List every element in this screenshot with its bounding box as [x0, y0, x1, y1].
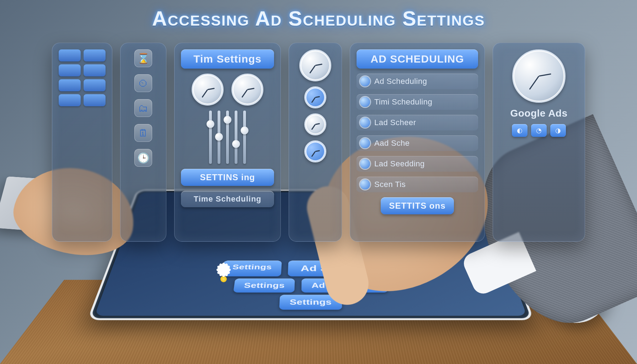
- tab-settings-1[interactable]: Settings: [221, 261, 282, 276]
- ad-scheduling-header: AD SCHEDULING: [357, 49, 478, 69]
- schedule-option[interactable]: Lad Scheer: [357, 115, 478, 130]
- time-settings-header: Tim Settings: [181, 49, 274, 69]
- slider[interactable]: [243, 111, 246, 164]
- schedule-option[interactable]: Timi Scheduling: [357, 94, 478, 110]
- clock-face-icon[interactable]: [192, 74, 224, 106]
- folder-icon[interactable]: 🗂: [134, 99, 152, 117]
- panel-google-ads: Google Ads ◐ ◔ ◑: [493, 43, 585, 242]
- slider[interactable]: [218, 111, 220, 164]
- clock-face-icon[interactable]: [231, 74, 263, 106]
- slider[interactable]: [226, 111, 229, 164]
- grid-cell[interactable]: [84, 94, 106, 106]
- clock-face-icon[interactable]: [304, 86, 326, 108]
- radio-icon[interactable]: [360, 180, 370, 189]
- panel-grid: [52, 43, 112, 242]
- option-label: Lad Seedding: [374, 159, 425, 168]
- radio-icon[interactable]: [360, 138, 370, 148]
- clock-icon[interactable]: 🕒: [134, 149, 152, 167]
- grid-cell[interactable]: [84, 49, 106, 61]
- clock-face-icon[interactable]: [304, 113, 326, 135]
- grid-cell[interactable]: [84, 64, 106, 76]
- time-scheduling-label: Time Scheduling: [181, 191, 274, 207]
- calendar-icon[interactable]: 🗓: [134, 124, 152, 142]
- option-label: Scen Tis: [374, 180, 406, 189]
- radio-icon[interactable]: [360, 76, 370, 86]
- mini-button[interactable]: ◑: [550, 124, 566, 137]
- mini-button[interactable]: ◐: [512, 124, 528, 137]
- option-label: Ad Scheduling: [374, 77, 427, 86]
- tab-settings-2[interactable]: Settings: [233, 279, 295, 293]
- panel-clocks-column: [289, 43, 342, 242]
- tablet-tab-row-2: Settings Ad Sceduling: [233, 279, 389, 293]
- schedule-option[interactable]: Scen Tis: [357, 177, 478, 192]
- slider-group: [209, 111, 246, 164]
- settings-button[interactable]: SETTINS ing: [181, 169, 274, 186]
- grid-cells: [59, 49, 106, 106]
- icon-stack: ⌛ ⏲ 🗂 🗓 🕒: [134, 49, 152, 167]
- schedule-option[interactable]: Lad Seedding: [357, 156, 478, 172]
- grid-cell[interactable]: [59, 64, 81, 76]
- grid-cell[interactable]: [59, 79, 81, 91]
- option-label: Lad Scheer: [374, 118, 416, 127]
- slider[interactable]: [209, 111, 212, 164]
- slider[interactable]: [235, 111, 237, 164]
- panel-ad-scheduling: AD SCHEDULING Ad Scheduling Timi Schedul…: [350, 43, 485, 242]
- radio-icon[interactable]: [360, 118, 370, 128]
- google-ads-icon-row: ◐ ◔ ◑: [512, 124, 566, 137]
- schedule-settings-button[interactable]: SETTITS ons: [381, 197, 454, 214]
- wall-clock-icon: [512, 49, 566, 103]
- radio-icon[interactable]: [360, 159, 370, 169]
- grid-cell[interactable]: [59, 94, 81, 106]
- panel-time-settings: Tim Settings SETTINS ing Time Scheduling: [174, 43, 281, 242]
- tablet-tab-row-3: Settings: [279, 295, 342, 310]
- radio-icon[interactable]: [360, 97, 370, 107]
- clock-row: [192, 74, 263, 106]
- tab-ad-scheduling-1[interactable]: Ad Scheduling: [288, 261, 400, 276]
- grid-cell[interactable]: [84, 79, 106, 91]
- tab-settings-3[interactable]: Settings: [279, 295, 342, 310]
- option-label: Timi Scheduling: [374, 97, 432, 107]
- schedule-option[interactable]: Aad Sche: [357, 135, 478, 151]
- timer-icon[interactable]: ⏲: [134, 74, 152, 92]
- tab-ad-scheduling-2[interactable]: Ad Sceduling: [301, 279, 388, 293]
- clock-face-icon[interactable]: [304, 140, 326, 162]
- schedule-option[interactable]: Ad Scheduling: [357, 74, 478, 89]
- mini-button[interactable]: ◔: [531, 124, 547, 137]
- option-label: Aad Sche: [374, 139, 410, 148]
- clock-face-icon[interactable]: [299, 49, 331, 81]
- grid-cell[interactable]: [59, 49, 81, 61]
- page-title: Accessing Ad Scheduling Settings: [152, 6, 485, 30]
- holo-panels-row: ⌛ ⏲ 🗂 🗓 🕒 Tim Settings SETTINS ing Time …: [52, 43, 585, 242]
- tablet-tab-row-1: Settings Ad Scheduling: [221, 261, 400, 276]
- panel-icon-strip: ⌛ ⏲ 🗂 🗓 🕒: [120, 43, 166, 242]
- hourglass-icon[interactable]: ⌛: [134, 49, 152, 67]
- google-ads-label: Google Ads: [510, 108, 567, 119]
